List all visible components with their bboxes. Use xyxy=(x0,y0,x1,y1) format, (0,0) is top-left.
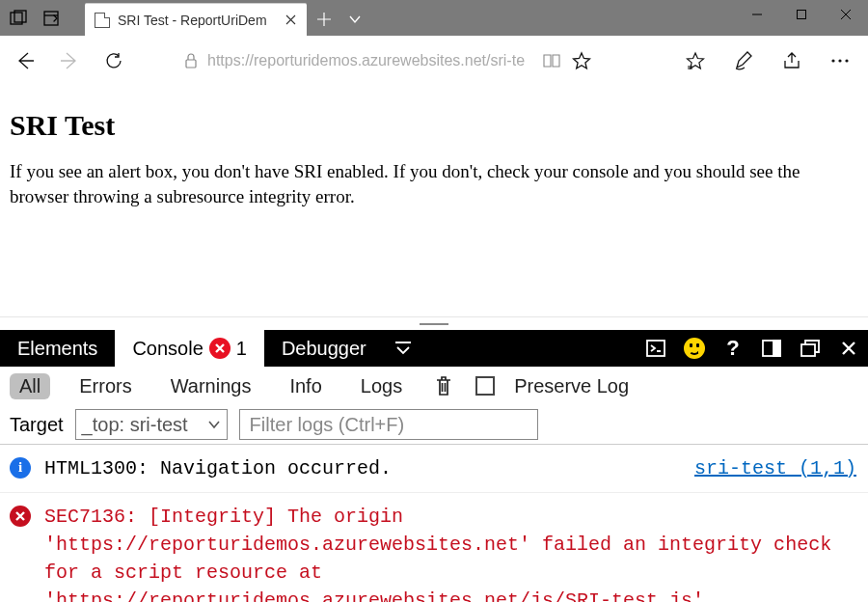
minimize-button[interactable] xyxy=(735,0,779,29)
browser-toolbar: https://reporturidemos.azurewebsites.net… xyxy=(0,36,868,86)
error-icon xyxy=(10,503,31,602)
back-button[interactable] xyxy=(4,40,46,82)
page-icon xyxy=(95,13,110,28)
help-icon[interactable]: ? xyxy=(714,330,752,367)
devtools-tabbar: Elements Console 1 Debugger ? xyxy=(0,330,868,367)
console-message[interactable]: SEC7136: [Integrity] The origin 'https:/… xyxy=(0,493,868,602)
console-messages: i HTML1300: Navigation occurred. sri-tes… xyxy=(0,444,868,602)
close-window-button[interactable] xyxy=(824,0,868,29)
error-count: 1 xyxy=(236,338,247,360)
message-text: HTML1300: Navigation occurred. xyxy=(44,454,681,482)
target-dropdown[interactable]: _top: sri-test xyxy=(75,409,228,440)
tab-debugger[interactable]: Debugger xyxy=(264,330,384,367)
svg-rect-11 xyxy=(801,344,815,356)
favorites-button[interactable] xyxy=(671,40,719,82)
clear-console-icon[interactable] xyxy=(431,375,456,397)
tab-debugger-label: Debugger xyxy=(282,338,366,360)
notes-button[interactable] xyxy=(719,40,768,82)
share-button[interactable] xyxy=(768,40,816,82)
filter-errors[interactable]: Errors xyxy=(69,373,141,399)
tab-elements-label: Elements xyxy=(17,338,97,360)
set-aside-tabs-icon[interactable] xyxy=(37,4,66,33)
tab-elements[interactable]: Elements xyxy=(0,330,115,367)
devtools-close-icon[interactable] xyxy=(829,330,868,367)
tab-console-label: Console xyxy=(132,338,203,360)
preserve-log-checkbox[interactable] xyxy=(475,376,495,396)
svg-point-6 xyxy=(838,59,841,62)
lock-icon xyxy=(182,53,200,68)
forward-button[interactable] xyxy=(48,40,91,82)
log-filter-input[interactable]: Filter logs (Ctrl+F) xyxy=(239,409,538,440)
tab-chevron-down-icon[interactable] xyxy=(341,3,368,36)
message-text: SEC7136: [Integrity] The origin 'https:/… xyxy=(44,503,856,602)
favorite-star-icon[interactable] xyxy=(570,51,593,70)
undock-icon[interactable] xyxy=(791,330,829,367)
new-tab-button[interactable] xyxy=(307,3,341,36)
filter-warnings[interactable]: Warnings xyxy=(161,373,261,399)
chevron-down-icon xyxy=(207,420,221,429)
more-button[interactable] xyxy=(816,40,864,82)
url-text: https://reporturidemos.azurewebsites.net… xyxy=(207,52,533,69)
target-selected: _top: sri-test xyxy=(82,414,188,436)
devtools-splitter[interactable] xyxy=(0,316,868,330)
page-paragraph: If you see an alert box, you don't have … xyxy=(10,159,849,208)
address-bar[interactable]: https://reporturidemos.azurewebsites.net… xyxy=(176,44,600,77)
refresh-button[interactable] xyxy=(93,40,135,82)
svg-rect-10 xyxy=(773,341,780,356)
tab-overflow-icon[interactable] xyxy=(384,330,422,367)
page-heading: SRI Test xyxy=(10,109,858,142)
page-content: SRI Test If you see an alert box, you do… xyxy=(0,86,868,316)
close-tab-icon[interactable] xyxy=(284,14,297,27)
window-titlebar: SRI Test - ReportUriDem xyxy=(0,0,868,36)
console-drawer-icon[interactable] xyxy=(637,330,675,367)
console-message[interactable]: i HTML1300: Navigation occurred. sri-tes… xyxy=(0,445,868,493)
svg-point-5 xyxy=(831,59,834,62)
browser-tab[interactable]: SRI Test - ReportUriDem xyxy=(85,3,307,36)
svg-rect-2 xyxy=(44,12,58,25)
console-filter-bar: All Errors Warnings Info Logs Preserve L… xyxy=(0,367,868,405)
maximize-button[interactable] xyxy=(779,0,824,29)
svg-rect-4 xyxy=(186,60,196,68)
filter-info[interactable]: Info xyxy=(280,373,331,399)
dock-right-icon[interactable] xyxy=(752,330,791,367)
preserve-log-label: Preserve Log xyxy=(514,375,629,397)
tab-console[interactable]: Console 1 xyxy=(115,330,264,367)
filter-logs[interactable]: Logs xyxy=(351,373,412,399)
filter-all[interactable]: All xyxy=(10,373,50,399)
reading-view-icon[interactable] xyxy=(541,53,562,68)
error-badge-icon xyxy=(209,338,231,359)
target-label: Target xyxy=(10,414,64,436)
svg-point-7 xyxy=(845,59,848,62)
feedback-smiley-icon[interactable] xyxy=(675,330,714,367)
tab-preview-icon[interactable] xyxy=(4,4,33,33)
info-icon: i xyxy=(10,454,31,482)
log-filter-placeholder: Filter logs (Ctrl+F) xyxy=(250,414,405,436)
console-target-bar: Target _top: sri-test Filter logs (Ctrl+… xyxy=(0,405,868,444)
tab-title: SRI Test - ReportUriDem xyxy=(118,13,276,28)
svg-rect-3 xyxy=(798,11,806,19)
message-source-link[interactable]: sri-test (1,1) xyxy=(694,454,856,482)
